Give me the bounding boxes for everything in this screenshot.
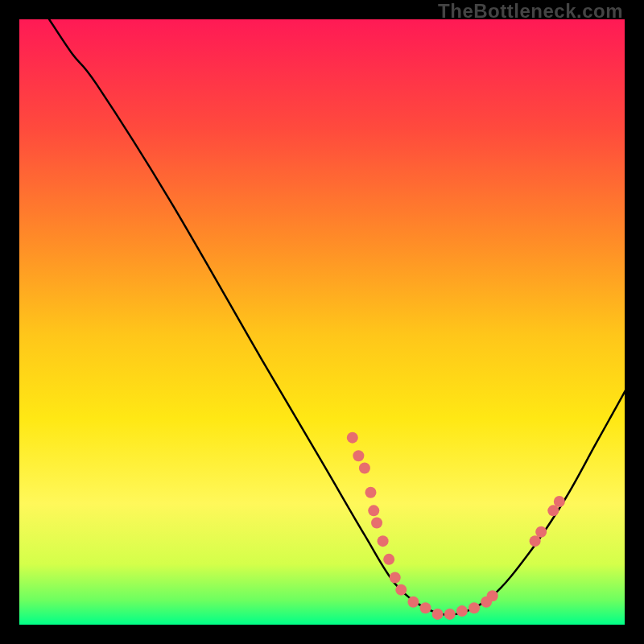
curve-marker [554, 496, 565, 507]
watermark-text: TheBottleneck.com [438, 0, 623, 23]
curve-marker [378, 535, 389, 547]
curve-marker [432, 609, 444, 620]
bottleneck-curve-svg [18, 18, 626, 626]
curve-marker [456, 605, 468, 617]
curve-marker [420, 602, 431, 613]
curve-marker [353, 450, 364, 461]
curve-marker [383, 554, 394, 565]
curve-marker-group [347, 432, 565, 620]
curve-marker [368, 505, 379, 516]
curve-marker [535, 526, 547, 538]
curve-marker [365, 487, 376, 498]
curve-marker [347, 432, 358, 444]
curve-marker [359, 462, 370, 473]
curve-marker [444, 609, 456, 620]
curve-marker [407, 597, 419, 608]
bottleneck-curve-path [48, 18, 626, 615]
curve-marker [371, 517, 382, 528]
curve-marker [390, 572, 401, 584]
curve-marker [469, 602, 480, 613]
curve-marker [395, 584, 407, 596]
curve-marker [487, 590, 498, 601]
